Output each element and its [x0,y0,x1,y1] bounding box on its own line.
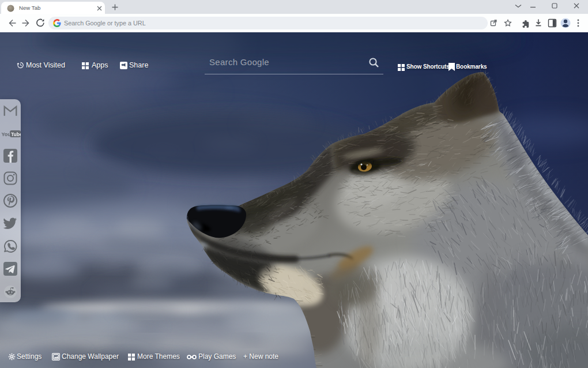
svg-text:Tube: Tube [11,132,21,137]
svg-text:Search Google or type a URL: Search Google or type a URL [64,20,146,27]
svg-text:You: You [2,132,11,137]
